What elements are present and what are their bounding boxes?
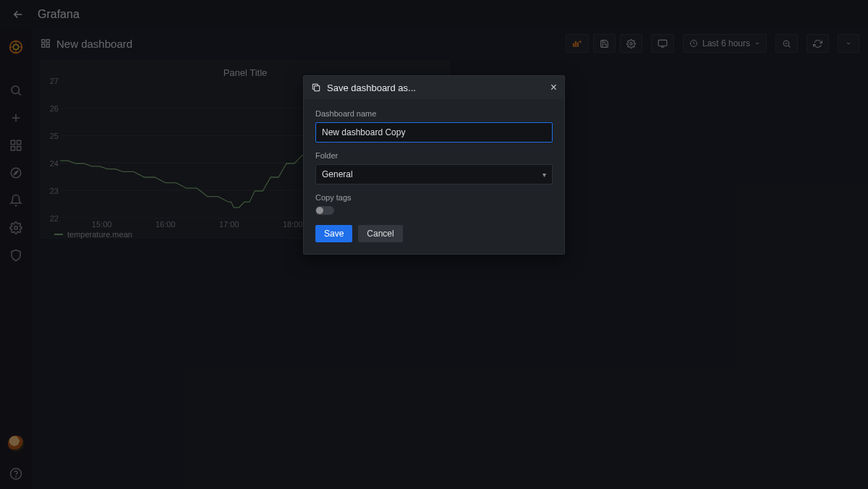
chevron-down-icon: ▾ (542, 171, 546, 179)
modal-body: Dashboard name Folder General ▾ Copy tag… (304, 99, 564, 254)
svg-rect-29 (315, 86, 320, 91)
dashboard-name-label: Dashboard name (315, 109, 553, 118)
modal-header: Save dashboard as... × (304, 76, 564, 99)
save-button[interactable]: Save (315, 225, 352, 242)
close-icon[interactable]: × (550, 81, 557, 94)
folder-label: Folder (315, 151, 553, 160)
dashboard-name-input[interactable] (315, 122, 553, 143)
copy-tags-label: Copy tags (315, 193, 553, 202)
folder-select[interactable]: General ▾ (315, 164, 553, 184)
copy-tags-toggle[interactable] (315, 206, 334, 215)
cancel-button[interactable]: Cancel (358, 225, 402, 242)
save-dashboard-modal: Save dashboard as... × Dashboard name Fo… (303, 75, 565, 255)
modal-actions: Save Cancel (315, 225, 553, 242)
folder-select-value: General (322, 169, 353, 179)
save-copy-icon (311, 82, 321, 93)
modal-title: Save dashboard as... (327, 82, 416, 93)
